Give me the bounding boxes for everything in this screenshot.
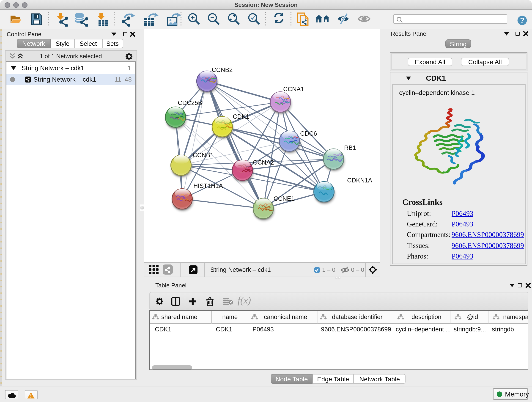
svg-text:HIST1H1A: HIST1H1A: [193, 182, 223, 189]
svg-text:CDKN1A: CDKN1A: [347, 177, 372, 184]
svg-text:CDC25B: CDC25B: [178, 99, 202, 106]
svg-text:CCNA1: CCNA1: [283, 86, 304, 93]
svg-text:CDC6: CDC6: [300, 130, 317, 137]
svg-text:CCNB1: CCNB1: [193, 152, 214, 159]
svg-text:CCNE1: CCNE1: [273, 195, 295, 202]
svg-text:?: ?: [520, 16, 525, 24]
svg-text:CCNB2: CCNB2: [212, 66, 233, 73]
svg-text:RB1: RB1: [344, 144, 356, 151]
svg-text:CDK1: CDK1: [233, 113, 249, 120]
svg-text:CCNA2: CCNA2: [253, 159, 274, 166]
